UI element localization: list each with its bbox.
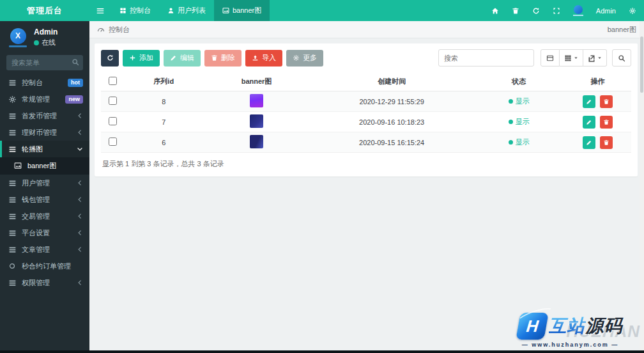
banner-thumbnail[interactable] [250, 135, 263, 148]
sidebar-toggle-button[interactable] [89, 0, 111, 21]
sidebar-search [6, 55, 83, 70]
avatar-logo-icon: X [10, 28, 26, 44]
navbar-right: Admin [491, 0, 644, 21]
row-id: 7 [124, 112, 204, 132]
sidebar: 管理后台 X Admin 在线 控制台 [0, 0, 89, 353]
breadcrumb: 控制台 banner图 [89, 21, 644, 38]
row-checkbox[interactable] [109, 97, 117, 105]
navbar-admin-label[interactable]: Admin [596, 7, 616, 15]
table-panel: 添加 编辑 删除 导入 [95, 43, 638, 176]
search-button[interactable] [612, 49, 631, 67]
user-panel: X Admin 在线 [0, 21, 89, 50]
toggle-view-button[interactable] [540, 49, 560, 67]
list-icon [8, 229, 17, 237]
sidebar-menu: 控制台 hot 常规管理 new 首发币管理 理财币管理 轮播图 [0, 74, 89, 291]
sidebar-item-ipo-coin[interactable]: 首发币管理 [0, 107, 89, 124]
status-badge: 显示 [509, 97, 530, 106]
image-icon [222, 7, 229, 14]
home-icon[interactable] [491, 7, 499, 15]
trash-icon [603, 139, 610, 146]
expand-icon[interactable] [553, 7, 560, 15]
sidebar-item-banner[interactable]: banner图 [0, 157, 89, 175]
add-button[interactable]: 添加 [123, 50, 160, 67]
toolbar-right [438, 49, 631, 67]
status-badge: 显示 [509, 117, 530, 127]
sidebar-item-finance-coin[interactable]: 理财币管理 [0, 124, 89, 141]
watermark-logo-icon: H [516, 313, 548, 340]
row-id: 6 [124, 132, 204, 153]
cogs-icon [8, 95, 17, 104]
card-view-icon [546, 54, 554, 62]
chevron-left-icon [77, 213, 83, 219]
row-checkbox[interactable] [109, 137, 117, 146]
sidebar-item-users[interactable]: 用户管理 [0, 175, 89, 191]
banner-thumbnail[interactable] [250, 94, 263, 107]
scrollbar-thumb[interactable] [640, 36, 643, 93]
more-button[interactable]: 更多 [286, 50, 323, 67]
sidebar-item-wallet[interactable]: 钱包管理 [0, 191, 89, 208]
col-header-banner[interactable]: banner图 [204, 72, 310, 91]
sidebar-item-trade[interactable]: 交易管理 [0, 208, 89, 224]
tab-user-list[interactable]: 用户列表 [159, 0, 214, 21]
grid-icon [564, 54, 572, 62]
sidebar-item-platform[interactable]: 平台设置 [0, 224, 89, 241]
col-header-actions[interactable]: 操作 [564, 72, 631, 91]
list-icon [8, 196, 17, 204]
row-edit-button[interactable] [583, 136, 595, 149]
sidebar-item-articles[interactable]: 文章管理 [0, 241, 89, 258]
breadcrumb-home[interactable]: 控制台 [109, 25, 130, 35]
table-row: 8 2020-12-29 11:55:29 显示 [101, 91, 631, 112]
main-area: 控制台 用户列表 banner图 [89, 0, 644, 353]
tab-console[interactable]: 控制台 [111, 0, 159, 21]
sidebar-item-general[interactable]: 常规管理 new [0, 91, 89, 107]
list-icon [8, 279, 17, 287]
sidebar-item-carousel[interactable]: 轮播图 [0, 141, 89, 157]
delete-button[interactable]: 删除 [204, 50, 241, 67]
row-created-time: 2020-09-16 10:18:23 [310, 112, 474, 132]
trash-icon[interactable] [512, 7, 519, 15]
table-search-input[interactable] [438, 49, 534, 67]
watermark: HUZHAN H 互站源码 — www.huzhanym.com — [502, 313, 639, 348]
tab-banner[interactable]: banner图 [214, 0, 270, 21]
banner-thumbnail[interactable] [250, 114, 263, 128]
scrollbar[interactable] [640, 21, 644, 353]
columns-button[interactable] [560, 49, 583, 67]
row-edit-button[interactable] [583, 116, 595, 129]
chevron-left-icon [77, 113, 83, 119]
navbar-avatar[interactable] [573, 5, 583, 16]
avatar-caption [573, 15, 583, 16]
bottom-edge [0, 350, 644, 353]
col-header-status[interactable]: 状态 [474, 72, 564, 91]
col-header-created[interactable]: 创建时间 [310, 72, 474, 91]
watermark-url: — www.huzhanym.com — [502, 341, 639, 348]
sidebar-item-permissions[interactable]: 权限管理 [0, 274, 89, 291]
pencil-icon [586, 98, 592, 105]
row-checkbox[interactable] [109, 117, 117, 125]
content-area: 添加 编辑 删除 导入 [89, 38, 644, 182]
edit-button[interactable]: 编辑 [164, 50, 201, 67]
row-edit-button[interactable] [583, 95, 595, 108]
export-button[interactable] [583, 49, 607, 67]
gear-icon[interactable] [629, 7, 636, 15]
gear-icon [293, 54, 300, 61]
col-header-id[interactable]: 序列id [124, 72, 204, 91]
table-row: 6 2020-09-15 16:15:24 显示 [101, 132, 631, 153]
import-button[interactable]: 导入 [245, 50, 282, 67]
row-delete-button[interactable] [600, 116, 613, 129]
watermark-brand: 互站源码 [549, 314, 623, 338]
chevron-left-icon [77, 196, 83, 203]
refresh-button[interactable] [101, 50, 119, 67]
caret-down-icon [597, 56, 602, 60]
select-all-checkbox[interactable] [109, 77, 117, 85]
list-icon [8, 212, 17, 221]
sidebar-item-console[interactable]: 控制台 hot [0, 74, 89, 91]
sidebar-item-contract-orders[interactable]: 秒合约订单管理 [0, 258, 89, 274]
caret-down-icon [574, 56, 578, 60]
row-delete-button[interactable] [600, 95, 613, 108]
refresh-icon[interactable] [532, 7, 540, 15]
row-delete-button[interactable] [600, 136, 613, 149]
status-badge: 显示 [509, 137, 530, 147]
list-icon [8, 112, 17, 120]
table-view-buttons [540, 49, 607, 67]
online-dot-icon [34, 40, 39, 45]
